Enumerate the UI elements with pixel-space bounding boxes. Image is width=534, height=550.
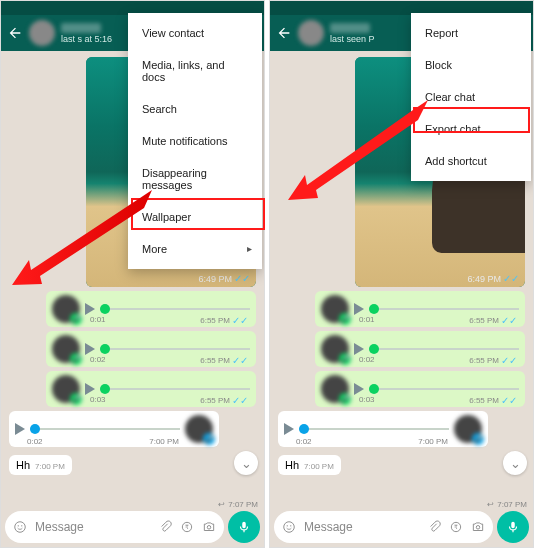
mic-icon: 🎤 (339, 313, 351, 325)
camera-icon[interactable] (471, 520, 485, 534)
voice-track[interactable] (100, 348, 250, 350)
voice-track[interactable] (299, 428, 449, 430)
voice-avatar: 🎤 (52, 375, 80, 403)
voice-message-out[interactable]: 🎤 0:016:55 PM✓✓ (46, 291, 256, 327)
svg-marker-12 (12, 190, 152, 285)
voice-avatar: 🎤 (321, 375, 349, 403)
play-icon[interactable] (354, 343, 364, 355)
voice-duration: 0:02 (296, 437, 312, 446)
image-time: 6:49 PM (467, 274, 501, 284)
play-icon[interactable] (85, 303, 95, 315)
play-icon[interactable] (15, 423, 25, 435)
camera-icon[interactable] (202, 520, 216, 534)
voice-track[interactable] (369, 388, 519, 390)
emoji-icon[interactable] (282, 520, 296, 534)
voice-duration: 0:02 (90, 355, 106, 366)
payment-icon[interactable]: ₹ (180, 520, 194, 534)
overflow-submenu: Report Block Clear chat Export chat Add … (411, 13, 531, 181)
voice-avatar: 🎤 (321, 335, 349, 363)
voice-track[interactable] (100, 388, 250, 390)
arrow-annotation-left (12, 190, 157, 285)
text-time: 7:00 PM (304, 462, 334, 471)
voice-time: 7:00 PM (149, 437, 179, 446)
attach-icon[interactable] (158, 520, 172, 534)
message-placeholder: Message (35, 520, 150, 534)
read-ticks-icon: ✓✓ (234, 273, 250, 284)
voice-avatar: 🎤 (185, 415, 213, 443)
phone-right: last seen P 6:49 PM✓✓ 🎤 0:016:55 PM✓✓ 🎤 … (269, 0, 534, 548)
voice-message-out[interactable]: 🎤 0:016:55 PM✓✓ (315, 291, 525, 327)
scroll-down-icon[interactable]: ⌄ (503, 451, 527, 475)
message-placeholder: Message (304, 520, 419, 534)
contact-name[interactable] (61, 23, 101, 33)
voice-time: 6:55 PM (200, 356, 230, 365)
voice-message-out[interactable]: 🎤 0:026:55 PM✓✓ (315, 331, 525, 367)
svg-point-0 (15, 522, 26, 533)
voice-track[interactable] (100, 308, 250, 310)
voice-track[interactable] (369, 308, 519, 310)
voice-avatar: 🎤 (454, 415, 482, 443)
message-input[interactable]: Message ₹ (274, 511, 493, 543)
voice-avatar: 🎤 (52, 335, 80, 363)
play-icon[interactable] (85, 383, 95, 395)
voice-message-in[interactable]: 🎤 0:027:00 PM (278, 411, 488, 447)
contact-name[interactable] (330, 23, 370, 33)
attach-icon[interactable] (427, 520, 441, 534)
voice-duration: 0:03 (90, 395, 106, 406)
play-icon[interactable] (354, 383, 364, 395)
svg-text:₹: ₹ (454, 524, 458, 530)
menu-block[interactable]: Block (411, 49, 531, 81)
voice-message-out[interactable]: 🎤 0:036:55 PM✓✓ (46, 371, 256, 407)
voice-time: 6:55 PM (469, 356, 499, 365)
image-time: 6:49 PM (198, 274, 232, 284)
message-input[interactable]: Message ₹ (5, 511, 224, 543)
emoji-icon[interactable] (13, 520, 27, 534)
svg-point-6 (284, 522, 295, 533)
mic-icon: 🎤 (339, 393, 351, 405)
mic-icon: 🎤 (70, 313, 82, 325)
avatar[interactable] (298, 20, 324, 46)
menu-report[interactable]: Report (411, 17, 531, 49)
arrow-annotation-right (288, 100, 428, 200)
menu-add-shortcut[interactable]: Add shortcut (411, 145, 531, 177)
svg-point-2 (21, 525, 22, 526)
menu-mute[interactable]: Mute notifications (128, 125, 262, 157)
back-icon[interactable] (276, 25, 292, 41)
menu-view-contact[interactable]: View contact (128, 17, 262, 49)
menu-search[interactable]: Search (128, 93, 262, 125)
svg-point-7 (287, 525, 288, 526)
text-time: 7:00 PM (35, 462, 65, 471)
mic-icon: 🎤 (70, 353, 82, 365)
voice-time: 6:55 PM (469, 316, 499, 325)
reply-indicator: ↩ 7:07 PM (487, 500, 527, 509)
menu-media[interactable]: Media, links, and docs (128, 49, 262, 93)
text-body: Hh (16, 459, 30, 471)
play-icon[interactable] (85, 343, 95, 355)
highlight-export (413, 107, 530, 133)
voice-avatar: 🎤 (52, 295, 80, 323)
mic-button[interactable] (228, 511, 260, 543)
input-bar: Message ₹ (5, 511, 260, 543)
mic-button[interactable] (497, 511, 529, 543)
voice-time: 6:55 PM (200, 316, 230, 325)
voice-duration: 0:02 (27, 437, 43, 446)
mic-icon: 🎤 (203, 433, 215, 445)
play-icon[interactable] (284, 423, 294, 435)
voice-message-out[interactable]: 🎤 0:036:55 PM✓✓ (315, 371, 525, 407)
voice-message-out[interactable]: 🎤 0:026:55 PM✓✓ (46, 331, 256, 367)
mic-icon: 🎤 (339, 353, 351, 365)
voice-track[interactable] (30, 428, 180, 430)
scroll-down-icon[interactable]: ⌄ (234, 451, 258, 475)
payment-icon[interactable]: ₹ (449, 520, 463, 534)
voice-message-in[interactable]: 🎤 0:027:00 PM (9, 411, 219, 447)
text-message-in[interactable]: Hh 7:00 PM (9, 455, 72, 475)
voice-duration: 0:02 (359, 355, 375, 366)
avatar[interactable] (29, 20, 55, 46)
voice-duration: 0:01 (359, 315, 375, 326)
svg-text:₹: ₹ (185, 524, 189, 530)
back-icon[interactable] (7, 25, 23, 41)
text-message-in[interactable]: Hh 7:00 PM (278, 455, 341, 475)
voice-track[interactable] (369, 348, 519, 350)
voice-duration: 0:01 (90, 315, 106, 326)
play-icon[interactable] (354, 303, 364, 315)
